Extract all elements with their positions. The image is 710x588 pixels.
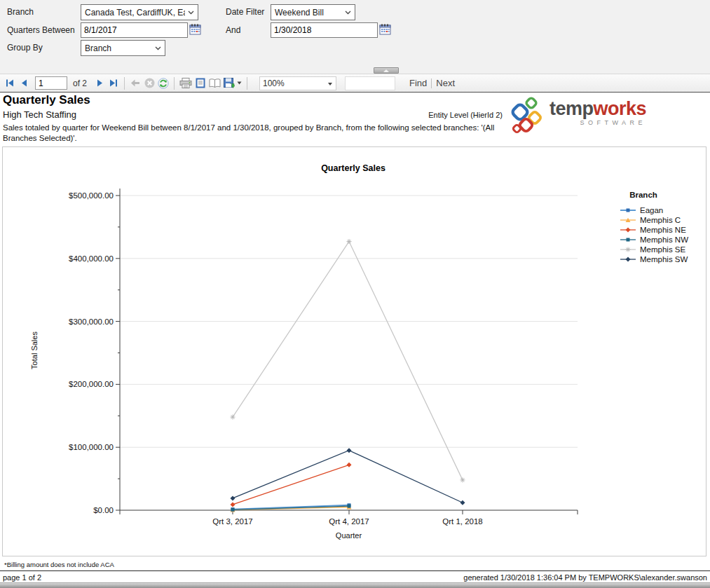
branch-dropdown[interactable]: Canada Test, CardiffUK, Eag <box>81 4 198 20</box>
next-page-icon <box>97 79 103 87</box>
svg-text:Branch: Branch <box>629 191 657 199</box>
svg-text:Memphis SE: Memphis SE <box>640 245 686 254</box>
svg-text:$400,000.00: $400,000.00 <box>69 254 114 263</box>
chevron-down-icon <box>155 46 161 50</box>
refresh-icon <box>158 78 169 89</box>
last-page-icon <box>109 79 118 87</box>
date-filter-label: Date Filter <box>226 7 264 17</box>
chevron-down-icon <box>328 83 332 86</box>
svg-text:Memphis NW: Memphis NW <box>640 235 688 244</box>
report-subtitle: High Tech Staffing <box>3 109 76 120</box>
prev-page-icon <box>21 79 27 87</box>
parameter-panel: Branch Canada Test, CardiffUK, Eag Date … <box>0 0 710 74</box>
svg-text:Qrt 4, 2017: Qrt 4, 2017 <box>329 517 369 526</box>
svg-text:$500,000.00: $500,000.00 <box>69 191 114 200</box>
bottom-scroll-track[interactable] <box>0 582 710 588</box>
svg-text:Eagan: Eagan <box>640 206 663 214</box>
svg-text:Memphis SW: Memphis SW <box>640 255 688 264</box>
toolbar-separator <box>247 77 247 90</box>
status-bar: page 1 of 2 generated 1/30/2018 1:36:04 … <box>0 571 710 582</box>
back-icon <box>130 79 140 87</box>
cancel-icon <box>144 78 155 88</box>
print-layout-icon <box>196 78 205 88</box>
branch-dropdown-value: Canada Test, CardiffUK, Eag <box>85 8 185 18</box>
svg-text:Quarterly Sales: Quarterly Sales <box>321 163 385 173</box>
zoom-value: 100% <box>263 78 285 88</box>
group-by-dropdown[interactable]: Branch <box>81 40 165 56</box>
collapse-up-icon <box>383 69 389 72</box>
find-text-input[interactable] <box>345 76 395 90</box>
page-number-input[interactable] <box>35 76 67 90</box>
quarterly-sales-line-chart: $0.00$100,000.00$200,000.00$300,000.00$4… <box>3 147 706 556</box>
report-title: Quarterly Sales <box>3 93 90 107</box>
generated-timestamp: generated 1/30/2018 1:36:04 PM by TEMPWO… <box>463 573 707 582</box>
logo-word-software: SOFTWARE <box>549 119 646 126</box>
last-page-button[interactable] <box>107 76 121 91</box>
group-by-label: Group By <box>7 43 43 53</box>
logo-word-works: works <box>594 98 647 119</box>
export-caret-icon <box>237 81 242 85</box>
quarters-between-label: Quarters Between <box>7 25 75 35</box>
group-by-dropdown-value: Branch <box>85 43 111 53</box>
page-indicator: page 1 of 2 <box>3 573 41 582</box>
zoom-select[interactable]: 100% <box>259 76 336 90</box>
tempworks-logo-icon <box>509 97 548 136</box>
svg-text:Total Sales: Total Sales <box>30 331 39 369</box>
toolbar-separator <box>124 77 125 90</box>
export-save-icon <box>224 78 235 88</box>
report-footnote: *Billing amount does not include ACA <box>4 561 114 568</box>
svg-text:Memphis NE: Memphis NE <box>640 226 686 234</box>
chart-container: $0.00$100,000.00$200,000.00$300,000.00$4… <box>2 146 706 556</box>
svg-text:$300,000.00: $300,000.00 <box>69 317 114 326</box>
back-button[interactable] <box>128 76 142 91</box>
tempworks-logo-text: tempworks SOFTWARE <box>549 100 646 126</box>
print-button[interactable] <box>178 76 193 91</box>
calendar-icon <box>379 24 391 35</box>
parameter-collapse-handle[interactable] <box>374 67 399 74</box>
previous-page-button[interactable] <box>17 76 31 91</box>
end-date-input[interactable] <box>271 22 378 38</box>
svg-text:$0.00: $0.00 <box>93 506 114 514</box>
page-count-label: of 2 <box>73 78 87 88</box>
svg-text:Quarter: Quarter <box>336 531 362 540</box>
tempworks-logo: tempworks SOFTWARE <box>509 97 649 136</box>
date-filter-dropdown-value: Weekend Bill <box>275 8 324 18</box>
report-description: Sales totaled by quarter for Weekend Bil… <box>3 123 506 144</box>
next-page-button[interactable] <box>93 76 107 91</box>
start-date-input[interactable] <box>81 22 188 38</box>
page-setup-icon <box>209 78 221 88</box>
print-layout-button[interactable] <box>193 76 207 91</box>
first-page-button[interactable] <box>3 76 17 91</box>
svg-text:Qrt 1, 2018: Qrt 1, 2018 <box>442 517 483 526</box>
export-button[interactable] <box>222 76 243 91</box>
and-label: And <box>226 25 240 35</box>
svg-text:$100,000.00: $100,000.00 <box>69 443 114 451</box>
report-viewer-window: Branch Canada Test, CardiffUK, Eag Date … <box>0 0 710 588</box>
end-date-calendar-button[interactable] <box>379 24 391 35</box>
calendar-icon <box>189 24 201 35</box>
svg-text:Qrt 3, 2017: Qrt 3, 2017 <box>212 517 253 526</box>
find-next-button[interactable]: Next <box>432 78 459 88</box>
page-setup-button[interactable] <box>207 76 222 91</box>
svg-text:Memphis C: Memphis C <box>640 216 681 224</box>
report-toolbar: of 2 <box>0 74 710 93</box>
date-filter-dropdown[interactable]: Weekend Bill <box>271 4 355 20</box>
chevron-down-icon <box>345 11 351 15</box>
chevron-down-icon <box>188 11 194 15</box>
find-button[interactable]: Find <box>405 78 431 88</box>
branch-label: Branch <box>7 7 34 17</box>
start-date-calendar-button[interactable] <box>189 24 201 35</box>
svg-text:$200,000.00: $200,000.00 <box>69 380 114 388</box>
logo-word-temp: temp <box>549 98 594 119</box>
refresh-button[interactable] <box>156 76 170 91</box>
toolbar-separator <box>174 77 175 90</box>
stop-rendering-button[interactable] <box>142 76 156 91</box>
print-icon <box>179 78 192 88</box>
entity-level-label: Entity Level (HierId 2) <box>362 111 503 119</box>
first-page-icon <box>6 79 14 87</box>
